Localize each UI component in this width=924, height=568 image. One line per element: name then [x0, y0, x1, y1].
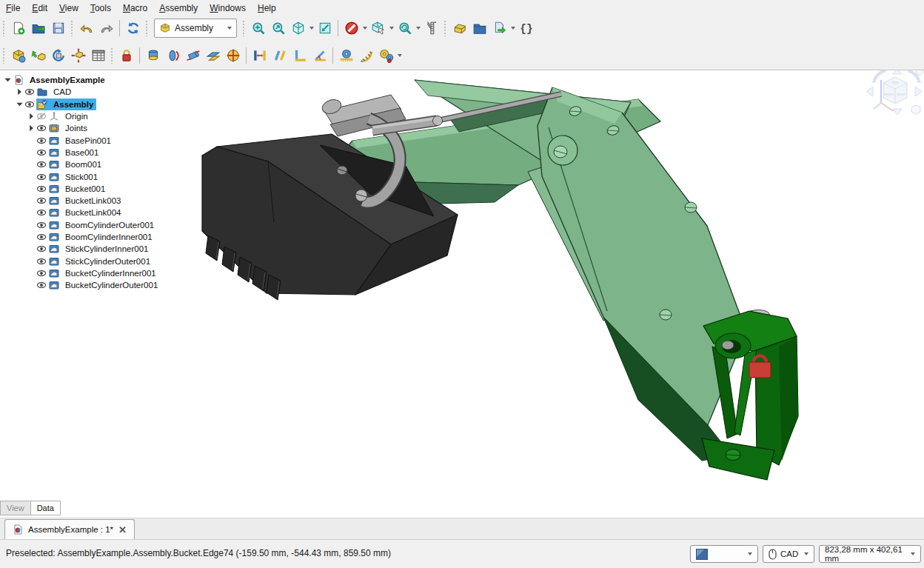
- toolbar-handle[interactable]: [145, 20, 148, 36]
- tree-expand-icon[interactable]: [3, 76, 13, 85]
- expression-button[interactable]: {}: [516, 19, 536, 39]
- menu-view[interactable]: View: [53, 1, 84, 15]
- joint-ball-button[interactable]: [223, 45, 243, 65]
- visibility-eye-icon[interactable]: [36, 268, 48, 278]
- solve-assembly-button[interactable]: [48, 45, 68, 65]
- joint-planar-button[interactable]: [203, 45, 223, 65]
- joint-parallel-button[interactable]: [270, 45, 289, 65]
- view-isometric-button[interactable]: [288, 19, 308, 39]
- make-link-button[interactable]: [489, 19, 509, 39]
- joint-distance-button[interactable]: [250, 45, 270, 65]
- joint-cylindrical-button[interactable]: [183, 45, 203, 65]
- joint-gears-button-dropdown[interactable]: [396, 45, 403, 65]
- 3d-viewport[interactable]: TOP FRONT RIGHT: [172, 70, 924, 518]
- tree-item-joints[interactable]: Joints: [0, 122, 172, 134]
- toolbar-handle[interactable]: [2, 20, 5, 36]
- tree-item-bucketcylinderinner001[interactable]: BucketCylinderInner001: [0, 267, 172, 279]
- create-part-button[interactable]: [449, 19, 469, 39]
- menu-file[interactable]: File: [0, 1, 26, 15]
- visibility-eye-icon[interactable]: [36, 136, 48, 145]
- visibility-eye-icon[interactable]: [36, 281, 48, 290]
- view-isometric-button-dropdown[interactable]: [308, 19, 315, 39]
- save-button[interactable]: [48, 19, 68, 39]
- fit-selection-button[interactable]: [315, 19, 335, 39]
- menu-macro[interactable]: Macro: [117, 1, 153, 15]
- clipping-button-dropdown[interactable]: [415, 19, 421, 39]
- clipping-button[interactable]: [395, 19, 415, 39]
- redo-button[interactable]: [96, 19, 116, 39]
- tree-item-boomcylinderinner001[interactable]: BoomCylinderInner001: [0, 231, 172, 243]
- menu-edit[interactable]: Edit: [26, 1, 53, 15]
- toolbar-handle[interactable]: [110, 47, 113, 64]
- tree-item-stickcylinderouter001[interactable]: StickCylinderOuter001: [0, 255, 172, 267]
- create-group-button[interactable]: [469, 19, 489, 39]
- menu-assembly[interactable]: Assembly: [153, 1, 204, 15]
- tab-view[interactable]: View: [0, 501, 30, 515]
- toolbar-handle[interactable]: [2, 47, 5, 64]
- new-file-button[interactable]: [8, 19, 28, 39]
- toolbar-handle[interactable]: [242, 20, 245, 36]
- bill-of-materials-button[interactable]: [88, 45, 108, 65]
- visibility-eye-icon[interactable]: [36, 196, 48, 206]
- tree-item-stickcylinderinner001[interactable]: StickCylinderInner001: [0, 243, 172, 255]
- visibility-eye-icon[interactable]: [36, 233, 48, 242]
- tree-item-assemblyexample[interactable]: AssemblyExample: [0, 74, 172, 86]
- toolbar-handle[interactable]: [443, 20, 446, 36]
- navigation-style-dropdown[interactable]: CAD: [763, 545, 814, 563]
- joint-gears-button[interactable]: [376, 45, 396, 65]
- tree-item-boom001[interactable]: Boom001: [0, 158, 172, 170]
- move-part-button[interactable]: [68, 45, 88, 65]
- menu-help[interactable]: Help: [252, 1, 282, 15]
- toggle-grounded-button[interactable]: [116, 45, 136, 65]
- draw-style-button-dropdown[interactable]: [361, 19, 368, 39]
- close-icon[interactable]: ✕: [118, 525, 127, 535]
- tree-item-stick001[interactable]: Stick001: [0, 170, 172, 182]
- tab-data[interactable]: Data: [30, 501, 61, 515]
- joint-revolute-button[interactable]: [163, 45, 183, 65]
- visibility-eye-icon[interactable]: [36, 184, 48, 193]
- visibility-eye-icon[interactable]: [24, 87, 36, 97]
- joint-rack-pinion-button[interactable]: [336, 45, 356, 65]
- menu-tools[interactable]: Tools: [84, 1, 117, 15]
- visibility-eye-icon[interactable]: [36, 256, 48, 266]
- tree-expand-icon[interactable]: [15, 99, 24, 109]
- make-link-button-dropdown[interactable]: [509, 19, 516, 39]
- tree-item-bucketlink004[interactable]: BucketLink004: [0, 207, 172, 218]
- visibility-eye-icon[interactable]: [36, 220, 48, 230]
- tree-item-basepin001[interactable]: BasePin001: [0, 134, 172, 146]
- view-fit-all-button[interactable]: [248, 19, 268, 39]
- joint-angle-button[interactable]: [309, 45, 329, 65]
- tree-item-cad[interactable]: CAD: [0, 86, 172, 98]
- visibility-eye-off-icon[interactable]: [36, 112, 48, 121]
- insert-component-button[interactable]: [28, 45, 48, 65]
- tree-expand-icon[interactable]: [15, 87, 24, 97]
- undo-button[interactable]: [76, 19, 96, 39]
- joint-fixed-button[interactable]: [143, 45, 163, 65]
- visibility-eye-icon[interactable]: [36, 172, 48, 181]
- measure-button[interactable]: [421, 19, 441, 39]
- tree-item-origin[interactable]: Origin: [0, 110, 172, 122]
- draw-style-button[interactable]: [341, 19, 361, 39]
- joint-perpendicular-button[interactable]: [289, 45, 309, 65]
- visibility-eye-icon[interactable]: [36, 147, 48, 157]
- visibility-eye-icon[interactable]: [36, 124, 48, 133]
- refresh-button[interactable]: [123, 19, 143, 39]
- create-assembly-button[interactable]: [8, 45, 28, 65]
- selection-view-button-dropdown[interactable]: [388, 19, 395, 39]
- selection-view-button[interactable]: [368, 19, 388, 39]
- tree-expand-icon[interactable]: [27, 124, 36, 133]
- zoom-selection-button[interactable]: [268, 19, 288, 39]
- visibility-eye-icon[interactable]: [36, 244, 48, 254]
- tree-item-assembly[interactable]: Assembly: [0, 98, 172, 110]
- document-tab[interactable]: AssemblyExample : 1* ✕: [4, 519, 135, 539]
- tree-item-boomcylinderouter001[interactable]: BoomCylinderOuter001: [0, 219, 172, 231]
- unit-scheme-dropdown[interactable]: [690, 545, 758, 563]
- view-dimensions-dropdown[interactable]: 823,28 mm x 402,61 mm: [819, 545, 921, 563]
- tree-item-bucketlink003[interactable]: BucketLink003: [0, 195, 172, 207]
- visibility-eye-icon[interactable]: [24, 99, 36, 109]
- open-file-button[interactable]: [28, 19, 48, 39]
- joint-screw-button[interactable]: [356, 45, 376, 65]
- workbench-selector[interactable]: Assembly: [154, 19, 237, 38]
- tree-expand-icon[interactable]: [27, 112, 36, 121]
- tree-item-bucketcylinderouter001[interactable]: BucketCylinderOuter001: [0, 279, 172, 291]
